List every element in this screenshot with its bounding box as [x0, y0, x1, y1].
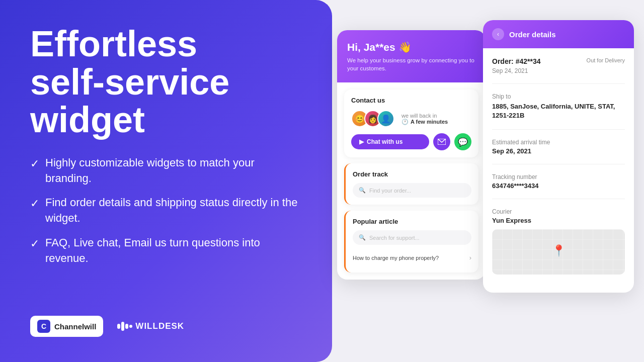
tracking-value: 634746****3434 — [492, 182, 625, 190]
check-icon-1: ✓ — [30, 156, 39, 172]
back-button[interactable]: ‹ — [492, 28, 504, 40]
whatsapp-button[interactable]: 💬 — [454, 133, 471, 150]
ship-to-row: Ship to 1885, SanJose, California, UNITE… — [492, 93, 625, 130]
popular-article-section: Popular article 🔍 Search for support... … — [344, 211, 478, 273]
willdesk-icon — [117, 322, 132, 331]
response-info: we will back in 🕐 A few minutes — [401, 113, 448, 125]
map-pin-icon: 📍 — [552, 244, 566, 257]
order-search-box[interactable]: 🔍 Find your order... — [353, 183, 471, 198]
channelwill-icon: C — [37, 320, 50, 333]
agent-avatars: 😊 👩 👤 — [351, 110, 394, 127]
chat-send-icon: ▶ — [359, 138, 364, 145]
order-panel-header: ‹ Order details — [483, 20, 634, 48]
order-search-placeholder: Find your order... — [369, 188, 411, 194]
svg-rect-1 — [121, 322, 124, 331]
email-button[interactable] — [433, 133, 450, 150]
order-number: Order: #42**34 — [492, 57, 541, 65]
whatsapp-icon: 💬 — [458, 137, 468, 147]
delivery-status: Out for Delivery — [587, 57, 625, 63]
chat-subtitle: We help your business grow by connecting… — [347, 56, 475, 72]
article-search-box[interactable]: 🔍 Search for support... — [353, 230, 471, 245]
we-will-back-text: we will back in — [401, 113, 448, 119]
willdesk-brand: WILLDESK — [117, 321, 184, 331]
order-date: Sep 24, 2021 — [492, 67, 625, 74]
article-search-placeholder: Search for support... — [369, 235, 420, 241]
chat-widget: Hi, Ja**es 👋 We help your business grow … — [337, 30, 486, 280]
avatar-3: 👤 — [377, 110, 394, 127]
courier-label: Courier — [492, 208, 625, 215]
order-details-panel: ‹ Order details Order: #42**34 Out for D… — [483, 20, 634, 293]
contact-us-section: Contact us 😊 👩 👤 we wil — [344, 89, 478, 157]
channelwill-label: Channelwill — [54, 322, 96, 331]
channelwill-brand: C Channelwill — [30, 316, 103, 337]
popular-article-title: Popular article — [353, 218, 471, 225]
feature-list: ✓ Highly customizable widgets to match y… — [30, 155, 302, 266]
tracking-row: Tracking number 634746****3434 — [492, 173, 625, 199]
check-icon-2: ✓ — [30, 196, 39, 212]
agent-row: 😊 👩 👤 we will back in 🕐 A fe — [351, 110, 471, 127]
ship-to-address: 1885, SanJose, California, UNITE, STAT, … — [492, 102, 625, 120]
order-id-row: Order: #42**34 Out for Delivery Sep 24, … — [492, 57, 625, 84]
left-panel: Effortless self-service widget ✓ Highly … — [0, 0, 332, 362]
map-area: 📍 — [492, 229, 625, 275]
feature-item-3: ✓ FAQ, Live chat, Email us turn question… — [30, 235, 302, 266]
chat-actions: ▶ Chat with us 💬 — [351, 133, 471, 150]
courier-value: Yun Express — [492, 217, 625, 224]
right-side: Hi, Ja**es 👋 We help your business grow … — [332, 0, 644, 362]
feature-item-1: ✓ Highly customizable widgets to match y… — [30, 155, 302, 187]
order-search-icon: 🔍 — [359, 187, 366, 194]
willdesk-label: WILLDESK — [135, 321, 184, 331]
chat-header: Hi, Ja**es 👋 We help your business grow … — [337, 30, 486, 82]
order-track-title: Order track — [353, 170, 471, 178]
feature-item-2: ✓ Find order details and shipping status… — [30, 195, 302, 226]
chat-body: Contact us 😊 👩 👤 we wil — [337, 82, 486, 280]
order-panel-title: Order details — [509, 30, 556, 39]
svg-rect-3 — [129, 325, 132, 328]
svg-rect-0 — [117, 324, 120, 329]
clock-icon: 🕐 — [401, 119, 409, 125]
svg-rect-2 — [125, 324, 128, 329]
few-minutes-text: 🕐 A few minutes — [401, 119, 448, 125]
eta-row: Estimated arrival time Sep 26, 2021 — [492, 139, 625, 164]
chat-greeting: Hi, Ja**es 👋 — [347, 41, 475, 53]
contact-us-title: Contact us — [351, 97, 471, 104]
brand-row: C Channelwill WILLDESK — [30, 316, 302, 337]
eta-label: Estimated arrival time — [492, 139, 625, 146]
article-chevron-icon: › — [469, 254, 471, 261]
main-heading: Effortless self-service widget — [30, 25, 302, 139]
courier-row: Courier Yun Express 📍 — [492, 208, 625, 284]
order-track-section: Order track 🔍 Find your order... — [344, 163, 478, 205]
order-panel-body: Order: #42**34 Out for Delivery Sep 24, … — [483, 48, 634, 293]
check-icon-3: ✓ — [30, 236, 39, 252]
chat-with-us-button[interactable]: ▶ Chat with us — [351, 134, 429, 149]
eta-value: Sep 26, 2021 — [492, 147, 625, 155]
email-icon — [438, 139, 446, 145]
article-item[interactable]: How to charge my phone properly? › — [353, 250, 471, 265]
ship-to-label: Ship to — [492, 93, 625, 100]
order-row-header: Order: #42**34 Out for Delivery — [492, 57, 625, 65]
article-search-icon: 🔍 — [359, 234, 366, 241]
tracking-label: Tracking number — [492, 173, 625, 180]
